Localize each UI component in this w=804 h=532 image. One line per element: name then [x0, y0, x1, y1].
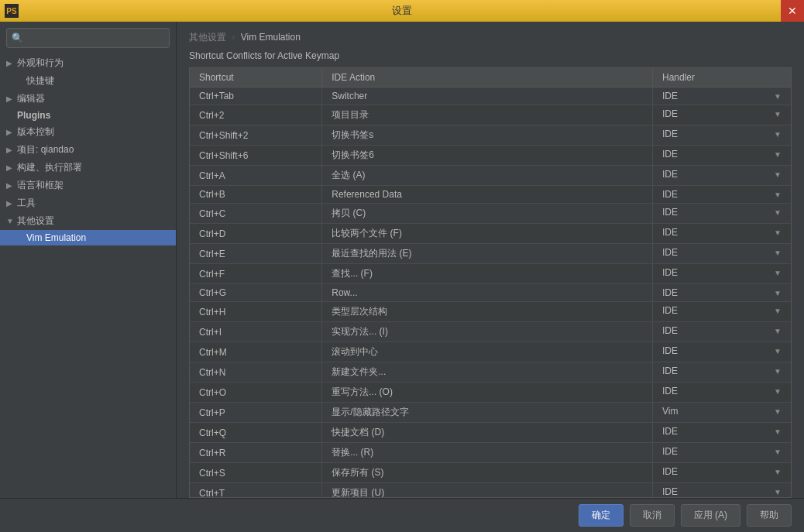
table-row[interactable]: Ctrl+BReferenced DataIDE▼ — [190, 186, 791, 204]
cell-shortcut: Ctrl+2 — [190, 105, 322, 125]
sidebar-item-appearance[interactable]: ▶外观和行为 — [0, 54, 176, 72]
handler-dropdown-icon[interactable]: ▼ — [774, 407, 782, 416]
table-row[interactable]: Ctrl+Shift+2切换书签sIDE▼ — [190, 125, 791, 146]
cell-shortcut: Ctrl+F — [190, 264, 322, 284]
cell-shortcut: Ctrl+E — [190, 244, 322, 264]
sidebar-item-build[interactable]: ▶构建、执行部署 — [0, 159, 176, 177]
cell-handler[interactable]: IDE▼ — [653, 423, 791, 440]
search-input[interactable] — [26, 33, 164, 43]
cell-handler[interactable]: IDE▼ — [653, 166, 791, 183]
cell-handler[interactable]: IDE▼ — [653, 322, 791, 339]
handler-dropdown-icon[interactable]: ▼ — [774, 170, 782, 179]
sidebar-item-vcs[interactable]: ▶版本控制 — [0, 123, 176, 141]
handler-value: IDE — [662, 247, 678, 258]
handler-dropdown-icon[interactable]: ▼ — [774, 289, 782, 297]
cell-handler[interactable]: IDE▼ — [653, 383, 791, 400]
cell-handler[interactable]: IDE▼ — [653, 362, 791, 379]
cell-handler[interactable]: IDE▼ — [653, 463, 791, 480]
cell-handler[interactable]: IDE▼ — [653, 443, 791, 460]
sidebar-item-project[interactable]: ▶项目: qiandao — [0, 141, 176, 159]
cell-handler[interactable]: IDE▼ — [653, 302, 791, 319]
table-row[interactable]: Ctrl+A全选 (A)IDE▼ — [190, 166, 791, 186]
table-row[interactable]: Ctrl+Shift+6切换书签6IDE▼ — [190, 146, 791, 166]
search-icon: 🔍 — [12, 33, 23, 43]
cell-handler[interactable]: IDE▼ — [653, 125, 791, 142]
sidebar-item-vim[interactable]: Vim Emulation — [0, 230, 176, 245]
sidebar-item-other[interactable]: ▼其他设置 — [0, 212, 176, 230]
table-row[interactable]: Ctrl+Q快捷文档 (D)IDE▼ — [190, 423, 791, 443]
handler-dropdown-icon[interactable]: ▼ — [774, 130, 782, 139]
handler-dropdown-icon[interactable]: ▼ — [774, 269, 782, 277]
table-row[interactable]: Ctrl+GRow...IDE▼ — [190, 284, 791, 302]
table-row[interactable]: Ctrl+T更新项目 (U)IDE▼ — [190, 483, 791, 499]
table-row[interactable]: Ctrl+D比较两个文件 (F)IDE▼ — [190, 224, 791, 244]
cell-action: 实现方法... (I) — [322, 322, 653, 342]
handler-dropdown-icon[interactable]: ▼ — [774, 427, 782, 436]
handler-dropdown-icon[interactable]: ▼ — [774, 367, 782, 376]
table-row[interactable]: Ctrl+2项目目录IDE▼ — [190, 105, 791, 125]
handler-dropdown-icon[interactable]: ▼ — [774, 307, 782, 315]
table-row[interactable]: Ctrl+O重写方法... (O)IDE▼ — [190, 383, 791, 403]
handler-dropdown-icon[interactable]: ▼ — [774, 488, 782, 496]
cell-handler[interactable]: IDE▼ — [653, 105, 791, 122]
cell-handler[interactable]: IDE▼ — [653, 244, 791, 261]
handler-value: IDE — [662, 91, 678, 101]
table-row[interactable]: Ctrl+TabSwitcherIDE▼ — [190, 88, 791, 105]
sidebar-item-keymap[interactable]: 快捷键 — [0, 72, 176, 90]
sidebar-item-tools[interactable]: ▶工具 — [0, 194, 176, 212]
handler-dropdown-icon[interactable]: ▼ — [774, 150, 782, 159]
cell-handler[interactable]: IDE▼ — [653, 284, 791, 301]
cancel-button[interactable]: 取消 — [630, 504, 675, 527]
cell-shortcut: Ctrl+R — [190, 443, 322, 463]
cell-action: 替换... (R) — [322, 443, 653, 463]
handler-dropdown-icon[interactable]: ▼ — [774, 228, 782, 237]
handler-dropdown-icon[interactable]: ▼ — [774, 190, 782, 199]
sidebar-item-plugins[interactable]: Plugins — [0, 108, 176, 123]
table-row[interactable]: Ctrl+E最近查找的用法 (E)IDE▼ — [190, 244, 791, 264]
table-row[interactable]: Ctrl+I实现方法... (I)IDE▼ — [190, 322, 791, 342]
tree-arrow-icon: ▶ — [6, 94, 14, 103]
cell-handler[interactable]: IDE▼ — [653, 342, 791, 359]
handler-dropdown-icon[interactable]: ▼ — [774, 208, 782, 217]
handler-dropdown-icon[interactable]: ▼ — [774, 92, 782, 101]
handler-value: IDE — [662, 366, 678, 376]
table-row[interactable]: Ctrl+R替换... (R)IDE▼ — [190, 443, 791, 463]
breadcrumb: 其他设置 › Vim Emulation — [177, 22, 804, 49]
handler-dropdown-icon[interactable]: ▼ — [774, 110, 782, 118]
cell-shortcut: Ctrl+A — [190, 166, 322, 186]
sidebar-item-lang[interactable]: ▶语言和框架 — [0, 177, 176, 194]
search-box[interactable]: 🔍 — [6, 28, 170, 48]
cell-handler[interactable]: IDE▼ — [653, 88, 791, 105]
handler-dropdown-icon[interactable]: ▼ — [774, 448, 782, 456]
handler-dropdown-icon[interactable]: ▼ — [774, 347, 782, 355]
handler-dropdown-icon[interactable]: ▼ — [774, 249, 782, 257]
table-row[interactable]: Ctrl+M滚动到中心IDE▼ — [190, 342, 791, 362]
handler-value: IDE — [662, 305, 678, 316]
handler-value: IDE — [662, 446, 678, 457]
table-row[interactable]: Ctrl+S保存所有 (S)IDE▼ — [190, 463, 791, 483]
cell-handler[interactable]: IDE▼ — [653, 186, 791, 203]
table-row[interactable]: Ctrl+H类型层次结构IDE▼ — [190, 302, 791, 322]
close-button[interactable]: ✕ — [781, 0, 804, 22]
table-row[interactable]: Ctrl+N新建文件夹...IDE▼ — [190, 362, 791, 383]
cell-handler[interactable]: IDE▼ — [653, 483, 791, 498]
table-row[interactable]: Ctrl+F查找... (F)IDE▼ — [190, 264, 791, 284]
cell-handler[interactable]: IDE▼ — [653, 264, 791, 281]
cell-action: Row... — [322, 284, 653, 302]
conflict-title: Shortcut Conflicts for Active Keymap — [177, 49, 804, 67]
table-row[interactable]: Ctrl+P显示/隐藏路径文字Vim▼ — [190, 403, 791, 423]
handler-dropdown-icon[interactable]: ▼ — [774, 387, 782, 396]
apply-button[interactable]: 应用 (A) — [681, 504, 740, 527]
ok-button[interactable]: 确定 — [579, 504, 624, 527]
help-button[interactable]: 帮助 — [747, 504, 792, 527]
cell-handler[interactable]: Vim▼ — [653, 403, 791, 420]
cell-handler[interactable]: IDE▼ — [653, 204, 791, 221]
cell-handler[interactable]: IDE▼ — [653, 224, 791, 241]
sidebar-item-editor[interactable]: ▶编辑器 — [0, 90, 176, 108]
cell-handler[interactable]: IDE▼ — [653, 146, 791, 163]
cell-shortcut: Ctrl+S — [190, 463, 322, 483]
cell-action: 滚动到中心 — [322, 342, 653, 362]
handler-dropdown-icon[interactable]: ▼ — [774, 468, 782, 476]
handler-dropdown-icon[interactable]: ▼ — [774, 327, 782, 335]
table-row[interactable]: Ctrl+C拷贝 (C)IDE▼ — [190, 204, 791, 224]
